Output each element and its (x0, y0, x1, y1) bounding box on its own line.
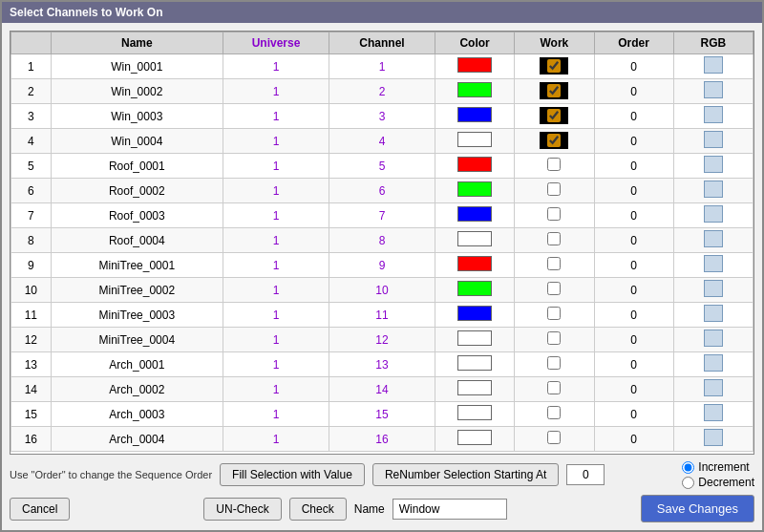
work-checkbox[interactable] (547, 232, 561, 245)
row-order: 0 (594, 328, 673, 352)
increment-label: Increment (698, 460, 749, 474)
renumber-value-input[interactable] (566, 464, 605, 485)
row-work[interactable] (515, 352, 594, 377)
row-rgb[interactable] (673, 54, 753, 79)
rgb-checkbox[interactable] (704, 330, 723, 347)
row-rgb[interactable] (673, 328, 753, 352)
row-work[interactable] (515, 154, 594, 179)
row-universe: 1 (223, 253, 329, 278)
channel-table-container: Name Universe Channel Color Work Order R… (10, 31, 754, 455)
row-channel: 11 (329, 303, 435, 328)
uncheck-button[interactable]: UN-Check (203, 498, 281, 521)
rgb-checkbox[interactable] (704, 429, 723, 446)
row-num: 11 (11, 303, 52, 328)
table-row: 16Arch_00041160 (11, 427, 753, 452)
increment-radio[interactable] (682, 461, 694, 474)
row-work[interactable] (515, 253, 594, 278)
rgb-checkbox[interactable] (704, 181, 723, 198)
row-rgb[interactable] (673, 104, 753, 129)
work-checkbox[interactable] (547, 158, 561, 171)
row-color (435, 402, 515, 427)
row-rgb[interactable] (673, 228, 753, 253)
row-work[interactable] (515, 203, 594, 228)
table-header-row: Name Universe Channel Color Work Order R… (11, 32, 753, 54)
row-work[interactable] (515, 377, 594, 402)
work-checkbox[interactable] (547, 84, 561, 97)
row-rgb[interactable] (673, 377, 753, 402)
rgb-checkbox[interactable] (704, 205, 723, 223)
work-checkbox[interactable] (547, 406, 561, 419)
row-num: 9 (11, 253, 52, 278)
row-color (435, 303, 515, 328)
work-checkbox[interactable] (547, 134, 561, 147)
cancel-button[interactable]: Cancel (10, 498, 70, 521)
row-name: MiniTree_0001 (51, 253, 223, 278)
row-work[interactable] (515, 54, 594, 79)
row-rgb[interactable] (673, 427, 753, 452)
increment-radio-label[interactable]: Increment (682, 460, 754, 474)
row-num: 4 (11, 129, 52, 154)
check-button[interactable]: Check (289, 498, 347, 521)
row-rgb[interactable] (673, 179, 753, 203)
row-work[interactable] (515, 228, 594, 253)
row-rgb[interactable] (673, 203, 753, 228)
rgb-checkbox[interactable] (704, 81, 723, 98)
row-work[interactable] (515, 402, 594, 427)
row-rgb[interactable] (673, 303, 753, 328)
row-name: Arch_0003 (51, 402, 223, 427)
rgb-checkbox[interactable] (704, 404, 723, 421)
row-universe: 1 (223, 427, 329, 452)
row-name: Arch_0004 (51, 427, 223, 452)
work-checkbox[interactable] (547, 182, 561, 196)
row-rgb[interactable] (673, 253, 753, 278)
work-checkbox[interactable] (547, 59, 561, 73)
row-rgb[interactable] (673, 278, 753, 303)
row-channel: 14 (329, 377, 435, 402)
rgb-checkbox[interactable] (704, 280, 723, 297)
work-checkbox[interactable] (547, 109, 561, 122)
row-rgb[interactable] (673, 129, 753, 154)
row-rgb[interactable] (673, 79, 753, 104)
row-universe: 1 (223, 303, 329, 328)
decrement-radio[interactable] (682, 477, 694, 489)
row-work[interactable] (515, 104, 594, 129)
row-universe: 1 (223, 179, 329, 203)
row-work[interactable] (515, 79, 594, 104)
rgb-checkbox[interactable] (704, 379, 723, 396)
table-row: 12MiniTree_00041120 (11, 328, 753, 352)
renumber-button[interactable]: ReNumber Selection Starting At (372, 463, 559, 486)
rgb-checkbox[interactable] (704, 354, 723, 372)
save-changes-button[interactable]: Save Changes (641, 495, 754, 522)
row-color (435, 104, 515, 129)
row-work[interactable] (515, 278, 594, 303)
row-rgb[interactable] (673, 402, 753, 427)
rgb-checkbox[interactable] (704, 106, 723, 123)
row-rgb[interactable] (673, 352, 753, 377)
row-work[interactable] (515, 303, 594, 328)
work-checkbox[interactable] (547, 331, 561, 345)
rgb-checkbox[interactable] (704, 56, 723, 74)
work-checkbox[interactable] (547, 282, 561, 295)
work-checkbox[interactable] (547, 257, 561, 270)
name-input[interactable] (393, 499, 507, 520)
rgb-checkbox[interactable] (704, 230, 723, 247)
row-color (435, 203, 515, 228)
work-checkbox[interactable] (547, 381, 561, 394)
fill-selection-button[interactable]: Fill Selection with Value (220, 463, 365, 486)
row-work[interactable] (515, 328, 594, 352)
rgb-checkbox[interactable] (704, 131, 723, 148)
decrement-radio-label[interactable]: Decrement (682, 476, 754, 489)
work-checkbox[interactable] (547, 356, 561, 370)
work-checkbox[interactable] (547, 431, 561, 444)
rgb-checkbox[interactable] (704, 305, 723, 322)
table-body: 1Win_00011102Win_00021203Win_00031304Win… (11, 54, 753, 452)
row-work[interactable] (515, 129, 594, 154)
rgb-checkbox[interactable] (704, 255, 723, 272)
row-universe: 1 (223, 129, 329, 154)
rgb-checkbox[interactable] (704, 156, 723, 173)
work-checkbox[interactable] (547, 207, 561, 221)
row-work[interactable] (515, 179, 594, 203)
row-rgb[interactable] (673, 154, 753, 179)
row-work[interactable] (515, 427, 594, 452)
work-checkbox[interactable] (547, 307, 561, 320)
